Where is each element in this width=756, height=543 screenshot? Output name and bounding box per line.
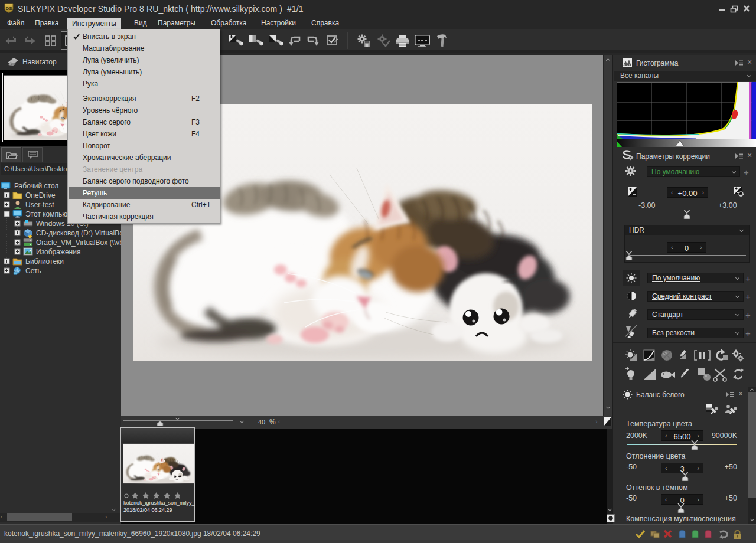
svg-text:DS: DS [5,6,12,11]
